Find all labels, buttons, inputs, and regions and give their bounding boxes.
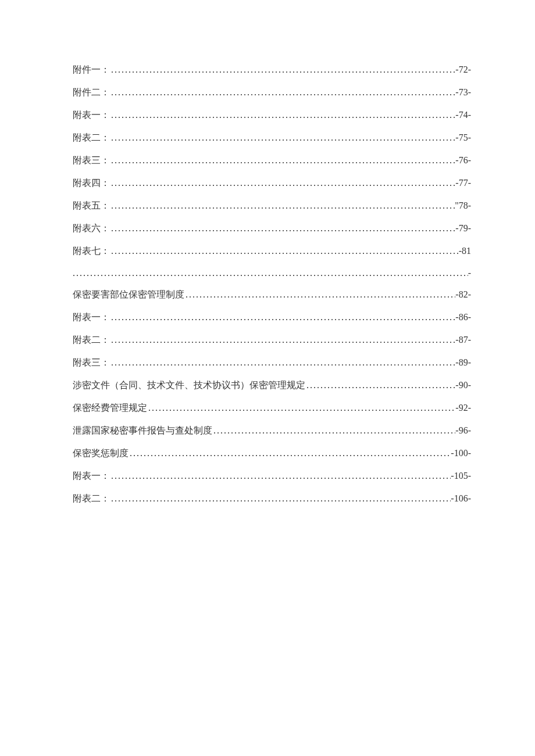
toc-leader-dots [110, 223, 455, 234]
toc-leader-dots [110, 200, 455, 211]
toc-entry-continuation-tail: - [468, 268, 471, 278]
toc-leader-dots [110, 178, 455, 188]
toc-leader-dots [110, 65, 455, 75]
toc-entry: 附表七：-81 [73, 245, 471, 257]
toc-entry: 附表二：-75- [73, 132, 471, 144]
toc-entry-page: -72- [455, 65, 471, 75]
toc-entry: 附表五："78- [73, 200, 471, 212]
toc-entry-continuation: - [73, 268, 471, 278]
toc-entry-page: -90- [455, 380, 471, 390]
toc-entry-label: 保密经费管理规定 [73, 402, 147, 414]
toc-entry-page: -100- [451, 448, 471, 458]
toc-entry: 附表一：-105- [73, 470, 471, 482]
toc-entry: 附表四：-77- [73, 177, 471, 189]
toc-leader-dots [110, 246, 459, 256]
toc-leader-dots [110, 357, 455, 368]
toc-leader-dots [110, 493, 451, 504]
toc-entry-label: 附表三： [73, 357, 110, 369]
toc-entry-page: -81 [459, 246, 471, 256]
toc-entry-label: 附表七： [73, 245, 110, 257]
toc-entry-page: -105- [451, 471, 471, 481]
table-of-contents: 附件一：-72-附件二：-73-附表一：-74-附表二：-75-附表三：-76-… [73, 64, 471, 505]
toc-leader-dots [110, 335, 455, 345]
toc-entry-label: 附件一： [73, 64, 110, 76]
toc-entry-page: -73- [455, 87, 471, 98]
toc-entry: 附件一：-72- [73, 64, 471, 76]
toc-entry-label: 泄露国家秘密事件报告与查处制度 [73, 425, 212, 437]
toc-entry-label: 附表一： [73, 109, 110, 121]
toc-leader-dots [110, 87, 455, 98]
toc-entry-page: -79- [455, 223, 471, 234]
toc-entry: 附件二：-73- [73, 87, 471, 99]
toc-entry-page: -74- [455, 110, 471, 120]
toc-entry: 附表一：-86- [73, 311, 471, 324]
toc-entry-page: -92- [455, 403, 471, 413]
toc-entry-label: 附表二： [73, 493, 110, 505]
toc-leader-dots [129, 448, 451, 458]
toc-leader-dots [110, 155, 455, 166]
toc-entry-label: 附件二： [73, 87, 110, 99]
toc-leader-dots [110, 471, 451, 481]
toc-entry: 附表三：-89- [73, 357, 471, 369]
toc-entry-label: 附表一： [73, 311, 110, 324]
toc-entry-label: 附表二： [73, 334, 110, 346]
toc-entry: 保密奖惩制度-100- [73, 447, 471, 460]
toc-leader-dots [305, 380, 455, 390]
toc-entry: 附表三：-76- [73, 155, 471, 167]
toc-entry: 附表一：-74- [73, 109, 471, 121]
toc-entry-label: 附表五： [73, 200, 110, 212]
toc-entry-label: 附表三： [73, 155, 110, 167]
toc-leader-dots [73, 268, 468, 278]
toc-entry-page: -75- [455, 132, 471, 143]
toc-entry-label: 涉密文件（合同、技术文件、技术协议书）保密管理规定 [73, 379, 305, 392]
toc-entry: 泄露国家秘密事件报告与查处制度-96- [73, 425, 471, 437]
toc-entry: 附表六：-79- [73, 223, 471, 235]
toc-entry-page: "78- [455, 200, 471, 211]
toc-entry-label: 附表二： [73, 132, 110, 144]
toc-entry-label: 附表一： [73, 470, 110, 482]
toc-entry: 涉密文件（合同、技术文件、技术协议书）保密管理规定-90- [73, 379, 471, 392]
toc-entry-page: -89- [455, 357, 471, 368]
toc-entry-page: -82- [455, 289, 471, 300]
toc-leader-dots [110, 110, 455, 120]
toc-entry-page: -86- [455, 312, 471, 323]
toc-entry: 保密要害部位保密管理制度-82- [73, 289, 471, 301]
toc-entry-page: -77- [455, 178, 471, 188]
toc-entry-page: -76- [455, 155, 471, 166]
toc-leader-dots [212, 425, 455, 436]
toc-entry-page: -87- [455, 335, 471, 345]
toc-entry-page: -106- [451, 493, 471, 504]
toc-entry-label: 附表六： [73, 223, 110, 235]
toc-leader-dots [110, 312, 455, 323]
toc-leader-dots [147, 403, 455, 413]
toc-entry: 保密经费管理规定-92- [73, 402, 471, 414]
toc-leader-dots [184, 289, 455, 300]
toc-leader-dots [110, 132, 455, 143]
toc-entry-label: 保密奖惩制度 [73, 447, 129, 460]
toc-entry-page: -96- [455, 425, 471, 436]
toc-entry: 附表二：-106- [73, 493, 471, 505]
toc-entry: 附表二：-87- [73, 334, 471, 346]
toc-entry-label: 保密要害部位保密管理制度 [73, 289, 184, 301]
toc-entry-label: 附表四： [73, 177, 110, 189]
